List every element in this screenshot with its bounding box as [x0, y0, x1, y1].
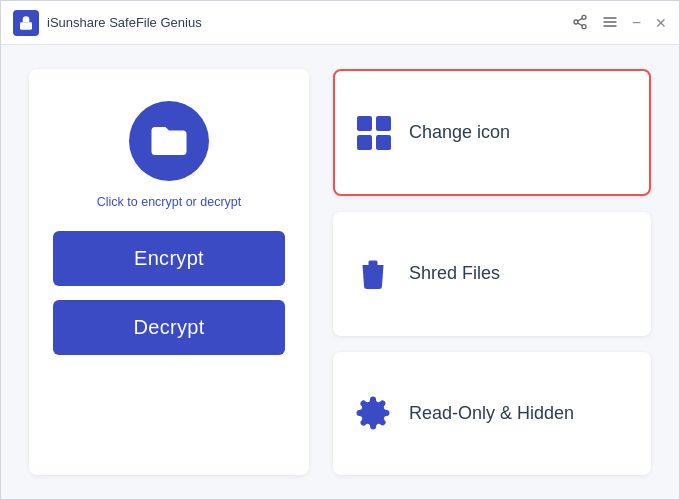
shred-files-icon: [355, 256, 391, 292]
menu-icon[interactable]: [602, 14, 618, 32]
decrypt-button[interactable]: Decrypt: [53, 300, 285, 355]
title-bar: iSunshare SafeFile Genius − ✕: [1, 1, 679, 45]
shred-files-label: Shred Files: [409, 263, 500, 284]
minimize-button[interactable]: −: [632, 15, 641, 31]
close-button[interactable]: ✕: [655, 16, 667, 30]
settings-icon: [355, 395, 391, 431]
encrypt-button[interactable]: Encrypt: [53, 231, 285, 286]
change-icon-icon: [357, 116, 391, 150]
folder-icon: [148, 120, 190, 162]
read-only-hidden-card[interactable]: Read-Only & Hidden: [333, 352, 651, 475]
read-only-hidden-label: Read-Only & Hidden: [409, 403, 574, 424]
main-content: Click to encrypt or decrypt Encrypt Decr…: [1, 45, 679, 499]
window-controls: − ✕: [572, 14, 667, 32]
shred-files-card[interactable]: Shred Files: [333, 212, 651, 335]
svg-line-5: [577, 18, 582, 21]
app-title: iSunshare SafeFile Genius: [47, 15, 572, 30]
left-panel: Click to encrypt or decrypt Encrypt Decr…: [29, 69, 309, 475]
click-hint: Click to encrypt or decrypt: [97, 195, 242, 209]
svg-line-4: [577, 23, 582, 26]
right-panel: Change icon Shred Files: [333, 69, 651, 475]
folder-icon-wrapper: [129, 101, 209, 181]
grid-icon: [357, 116, 391, 150]
app-logo: [13, 10, 39, 36]
svg-rect-0: [20, 22, 32, 29]
read-only-hidden-icon: [355, 395, 391, 431]
app-window: iSunshare SafeFile Genius − ✕: [0, 0, 680, 500]
change-icon-card[interactable]: Change icon: [333, 69, 651, 196]
trash-icon: [355, 256, 391, 292]
lock-icon: [18, 15, 34, 31]
change-icon-label: Change icon: [409, 122, 510, 143]
share-icon[interactable]: [572, 14, 588, 32]
